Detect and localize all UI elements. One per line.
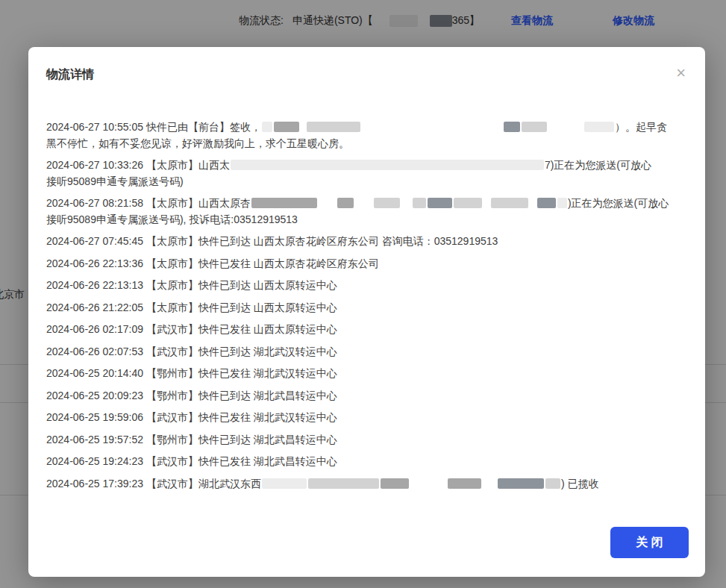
- redacted-text: [491, 198, 528, 208]
- spacer: [300, 130, 306, 131]
- redacted-text: [584, 122, 614, 132]
- redacted-text: [504, 122, 520, 132]
- spacer: [354, 206, 373, 207]
- tracking-entry: 2024-06-26 22:13:36 【太原市】快件已发往 山西太原杏花岭区府…: [46, 256, 692, 272]
- tracking-text: 2024-06-25 20:09:23 【鄂州市】快件已到达 湖北武昌转运中心: [46, 390, 337, 401]
- close-icon[interactable]: ×: [673, 62, 689, 84]
- tracking-text: 2024-06-27 08:21:58 【太原市】山西太原杏: [46, 197, 251, 209]
- spacer: [401, 206, 412, 207]
- redacted-text: [428, 198, 452, 208]
- tracking-list: 2024-06-27 10:55:05 快件已由【前台】签收，）。起早贪黑不停忙…: [46, 119, 692, 510]
- tracking-text: 7)正在为您派送(可放心: [545, 159, 651, 171]
- redacted-text: [413, 198, 426, 208]
- tracking-text: 2024-06-25 19:59:06 【武汉市】快件已发往 湖北武汉转运中心: [46, 411, 337, 423]
- redacted-text: [307, 122, 360, 132]
- redacted-text: [308, 478, 379, 489]
- tracking-text: 2024-06-25 20:14:40 【鄂州市】快件已发往 湖北武汉转运中心: [46, 367, 337, 379]
- spacer: [410, 487, 447, 487]
- tracking-text: 2024-06-27 10:33:26 【太原市】山西太: [46, 159, 230, 171]
- redacted-text: [231, 160, 544, 170]
- spacer: [483, 206, 490, 207]
- tracking-text: )正在为您派送(可放心: [568, 197, 669, 209]
- spacer: [318, 206, 337, 207]
- tracking-text: ) 已揽收: [561, 478, 599, 490]
- spacer: [548, 130, 583, 131]
- tracking-entry: 2024-06-25 20:14:40 【鄂州市】快件已发往 湖北武汉转运中心: [46, 366, 692, 382]
- tracking-text: 2024-06-26 22:13:13 【太原市】快件已到达 山西太原转运中心: [46, 279, 337, 291]
- redacted-text: [545, 478, 560, 489]
- tracking-entry: 2024-06-26 02:07:53 【武汉市】快件已到达 湖北武汉转运中心: [46, 344, 692, 360]
- redacted-text: [498, 478, 544, 489]
- spacer: [482, 487, 497, 487]
- tracking-text: 2024-06-25 17:39:23 【武汉市】湖北武汉东西: [46, 478, 261, 490]
- tracking-entry: 2024-06-26 21:22:05 【太原市】快件已到达 山西太原转运中心: [46, 300, 692, 316]
- tracking-text: 2024-06-26 21:22:05 【太原市】快件已到达 山西太原转运中心: [46, 301, 337, 313]
- redacted-text: [448, 478, 481, 489]
- tracking-entry: 2024-06-25 20:09:23 【鄂州市】快件已到达 湖北武昌转运中心: [46, 388, 692, 404]
- redacted-text: [522, 122, 547, 132]
- tracking-entry: 2024-06-27 07:45:45 【太原市】快件已到达 山西太原杏花岭区府…: [46, 234, 692, 250]
- redacted-text: [557, 198, 567, 208]
- tracking-text: 黑不停忙，如有不妥您见谅，好评激励我向上，求个五星暖心房。: [46, 137, 349, 149]
- tracking-text: ）。起早贪: [615, 121, 667, 133]
- tracking-entry: 2024-06-25 19:57:52 【鄂州市】快件已到达 湖北武昌转运中心: [46, 432, 692, 448]
- tracking-entry: 2024-06-25 19:24:23 【武汉市】快件已发往 湖北武昌转运中心: [46, 454, 692, 470]
- tracking-text: 接听95089申通专属派送号码), 投诉电话:03512919513: [46, 213, 298, 225]
- tracking-entry: 2024-06-27 10:33:26 【太原市】山西太7)正在为您派送(可放心…: [46, 157, 692, 190]
- tracking-entry: 2024-06-27 10:55:05 快件已由【前台】签收，）。起早贪黑不停忙…: [46, 119, 692, 151]
- tracking-entry: 2024-06-26 02:17:09 【武汉市】快件已发往 山西太原转运中心: [46, 322, 692, 338]
- modal-title: 物流详情: [46, 67, 94, 83]
- redacted-text: [381, 478, 409, 489]
- tracking-entry: 2024-06-26 22:13:13 【太原市】快件已到达 山西太原转运中心: [46, 278, 692, 294]
- spacer: [361, 130, 503, 131]
- tracking-text: 2024-06-26 02:17:09 【武汉市】快件已发往 山西太原转运中心: [46, 323, 337, 335]
- redacted-text: [454, 198, 482, 208]
- spacer: [529, 206, 536, 207]
- tracking-text: 2024-06-25 19:24:23 【武汉市】快件已发往 湖北武昌转运中心: [46, 455, 337, 467]
- redacted-text: [337, 198, 354, 208]
- redacted-text: [274, 122, 299, 132]
- redacted-text: [374, 198, 400, 208]
- tracking-text: 2024-06-27 10:55:05 快件已由【前台】签收，: [46, 121, 261, 133]
- redacted-text: [262, 478, 307, 489]
- tracking-text: 2024-06-26 02:07:53 【武汉市】快件已到达 湖北武汉转运中心: [46, 345, 337, 357]
- tracking-entry: 2024-06-25 19:59:06 【武汉市】快件已发往 湖北武汉转运中心: [46, 410, 692, 426]
- tracking-text: 接听95089申通专属派送号码): [46, 175, 184, 187]
- tracking-text: 2024-06-27 07:45:45 【太原市】快件已到达 山西太原杏花岭区府…: [46, 235, 498, 247]
- logistics-detail-modal: 物流详情 × 2024-06-27 10:55:05 快件已由【前台】签收，）。…: [28, 47, 705, 577]
- close-button[interactable]: 关 闭: [610, 527, 689, 558]
- redacted-text: [262, 122, 272, 132]
- tracking-entry: 2024-06-25 17:39:23 【武汉市】湖北武汉东西) 已揽收: [46, 476, 692, 492]
- page: 物流状态: 申通快递(STO)【 365】 查看物流 修改物流 北京市 物流详情…: [0, 0, 726, 588]
- tracking-text: 2024-06-26 22:13:36 【太原市】快件已发往 山西太原杏花岭区府…: [46, 257, 379, 269]
- redacted-text: [537, 198, 556, 208]
- redacted-text: [251, 198, 317, 208]
- tracking-text: 2024-06-25 19:57:52 【鄂州市】快件已到达 湖北武昌转运中心: [46, 434, 337, 445]
- tracking-entry: 2024-06-27 08:21:58 【太原市】山西太原杏)正在为您派送(可放…: [46, 196, 692, 228]
